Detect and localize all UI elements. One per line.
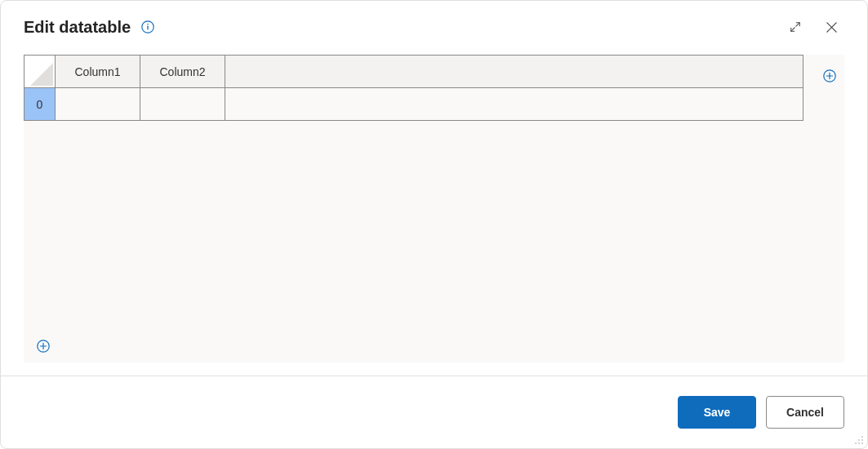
svg-point-5 xyxy=(861,436,863,438)
cell[interactable] xyxy=(140,88,225,121)
add-column-icon[interactable] xyxy=(821,68,838,84)
add-row-icon[interactable] xyxy=(35,338,51,354)
cell[interactable] xyxy=(56,88,140,121)
svg-point-6 xyxy=(858,439,860,441)
svg-point-1 xyxy=(147,24,149,25)
svg-point-10 xyxy=(861,442,863,444)
column-header[interactable] xyxy=(225,56,803,88)
table-row: 0 xyxy=(24,88,803,121)
dialog-header: Edit datatable xyxy=(1,1,867,48)
column-header[interactable]: Column2 xyxy=(140,56,225,88)
cancel-button[interactable]: Cancel xyxy=(766,396,844,429)
save-button[interactable]: Save xyxy=(678,396,756,429)
dialog-body: Column1 Column2 0 xyxy=(1,48,867,376)
svg-point-9 xyxy=(858,442,860,444)
resize-grip-icon[interactable] xyxy=(852,433,864,445)
svg-point-8 xyxy=(855,442,857,444)
dialog-footer: Save Cancel xyxy=(1,376,867,448)
expand-icon[interactable] xyxy=(782,14,808,40)
svg-point-7 xyxy=(861,439,863,441)
svg-rect-2 xyxy=(147,26,148,30)
row-index[interactable]: 0 xyxy=(24,88,56,121)
dialog-title: Edit datatable xyxy=(24,18,131,37)
cell[interactable] xyxy=(225,88,803,121)
edit-datatable-dialog: Edit datatable xyxy=(0,0,868,449)
close-icon[interactable] xyxy=(818,14,844,40)
column-header[interactable]: Column1 xyxy=(56,56,140,88)
datatable-area: Column1 Column2 0 xyxy=(24,55,844,362)
datatable[interactable]: Column1 Column2 0 xyxy=(24,55,803,121)
info-icon[interactable] xyxy=(140,20,155,34)
select-all-corner[interactable] xyxy=(24,56,56,88)
